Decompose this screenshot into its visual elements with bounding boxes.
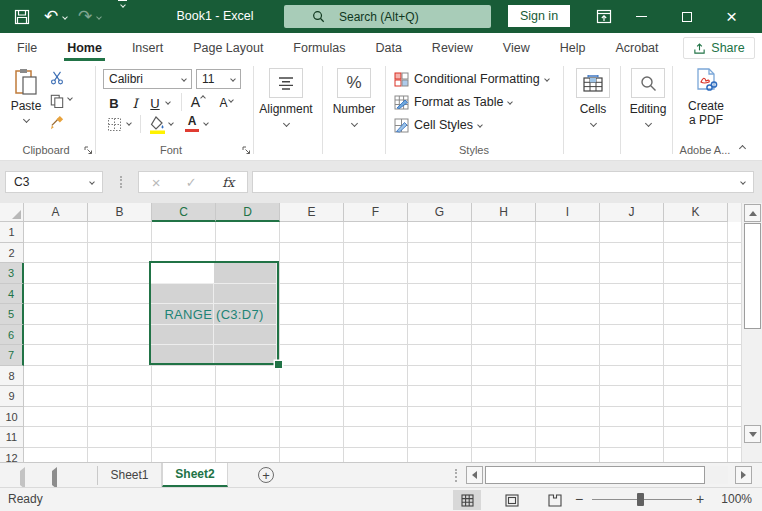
sign-in-button[interactable]: Sign in — [508, 5, 570, 27]
column-header-k[interactable]: K — [664, 203, 728, 222]
borders-icon[interactable] — [106, 116, 123, 133]
column-header-g[interactable]: G — [408, 203, 472, 222]
italic-button[interactable]: I — [128, 94, 142, 112]
row-header-4[interactable]: 4 — [0, 284, 24, 305]
page-break-preview-button[interactable] — [541, 490, 569, 510]
copy-icon[interactable] — [48, 93, 66, 109]
fill-handle[interactable] — [275, 361, 282, 368]
fill-color-icon[interactable] — [148, 114, 166, 134]
row-header-8[interactable]: 8 — [0, 366, 24, 387]
row-header-2[interactable]: 2 — [0, 243, 24, 264]
row-header-11[interactable]: 11 — [0, 427, 24, 448]
column-header-h[interactable]: H — [472, 203, 536, 222]
vertical-scroll-thumb[interactable] — [744, 223, 761, 329]
row-header-6[interactable]: 6 — [0, 325, 24, 346]
maximize-button[interactable] — [664, 0, 709, 33]
tab-data[interactable]: Data — [360, 33, 416, 62]
save-icon[interactable] — [14, 0, 30, 33]
clipboard-dialog-launcher-icon[interactable] — [84, 146, 94, 156]
column-header-j[interactable]: J — [600, 203, 664, 222]
search-box[interactable]: Search (Alt+Q) — [284, 5, 491, 28]
active-cell[interactable] — [151, 263, 214, 283]
expand-formula-bar-icon[interactable] — [740, 179, 746, 185]
scroll-right-button[interactable] — [735, 466, 752, 484]
tab-acrobat[interactable]: Acrobat — [600, 33, 673, 62]
column-header-i[interactable]: I — [536, 203, 600, 222]
column-header-e[interactable]: E — [280, 203, 344, 222]
select-all-corner[interactable] — [0, 203, 24, 222]
row-header-10[interactable]: 10 — [0, 407, 24, 428]
tab-review[interactable]: Review — [417, 33, 488, 62]
enter-icon[interactable]: ✓ — [186, 175, 197, 190]
font-color-icon[interactable]: A — [184, 113, 200, 134]
close-button[interactable]: × — [709, 0, 754, 33]
sheet-nav-left-icon[interactable] — [20, 471, 25, 485]
page-layout-view-button[interactable] — [498, 490, 526, 510]
zoom-level[interactable]: 100% — [710, 488, 752, 511]
tab-home[interactable]: Home — [52, 33, 117, 62]
underline-dropdown-icon[interactable] — [166, 100, 170, 104]
copy-dropdown-icon[interactable] — [68, 96, 72, 100]
cells-button[interactable]: Cells — [570, 66, 616, 140]
zoom-out-button[interactable]: − — [575, 488, 583, 511]
cut-icon[interactable] — [48, 70, 66, 86]
worksheet-cells[interactable] — [24, 222, 741, 462]
row-header-3[interactable]: 3 — [0, 263, 24, 284]
collapse-ribbon-icon[interactable] — [740, 146, 745, 151]
conditional-formatting-button[interactable]: Conditional Formatting — [394, 70, 549, 88]
row-header-9[interactable]: 9 — [0, 386, 24, 407]
tab-formulas[interactable]: Formulas — [278, 33, 360, 62]
scroll-left-button[interactable] — [466, 466, 483, 484]
editing-button[interactable]: Editing — [624, 66, 672, 140]
tab-insert[interactable]: Insert — [117, 33, 178, 62]
zoom-in-button[interactable]: + — [696, 488, 704, 511]
customize-quick-access-icon[interactable] — [118, 0, 127, 33]
alignment-button[interactable]: Alignment — [260, 66, 312, 140]
format-as-table-button[interactable]: Format as Table — [394, 93, 512, 111]
horizontal-scroll-thumb[interactable] — [485, 466, 705, 484]
cancel-icon[interactable]: × — [152, 174, 161, 191]
borders-dropdown-icon[interactable] — [127, 121, 131, 125]
column-header-a[interactable]: A — [24, 203, 88, 222]
tab-file[interactable]: File — [2, 33, 52, 62]
number-button[interactable]: % Number — [328, 66, 380, 140]
insert-function-icon[interactable]: fx — [222, 175, 234, 190]
redo-button[interactable]: ↷ — [78, 0, 92, 33]
sheet-tab-sheet2[interactable]: Sheet2 — [162, 463, 228, 487]
name-box[interactable]: C3 — [5, 171, 103, 193]
scroll-down-button[interactable] — [744, 425, 761, 443]
increase-font-size-button[interactable]: A — [188, 92, 208, 112]
bold-button[interactable]: B — [106, 94, 122, 112]
zoom-slider-handle[interactable] — [637, 493, 644, 506]
formula-bar-divider[interactable] — [120, 176, 122, 188]
tab-help[interactable]: Help — [545, 33, 601, 62]
decrease-font-size-button[interactable]: A — [216, 94, 236, 112]
sheet-tab-sheet1[interactable]: Sheet1 — [98, 463, 162, 487]
font-size-select[interactable]: 11 — [196, 69, 241, 89]
column-header-c[interactable]: C — [152, 203, 216, 222]
format-painter-icon[interactable] — [48, 115, 66, 131]
undo-button[interactable]: ↶ — [44, 0, 58, 33]
scroll-up-button[interactable] — [744, 204, 761, 222]
paste-button[interactable]: Paste — [8, 66, 44, 140]
vertical-scrollbar[interactable] — [741, 203, 762, 462]
ribbon-display-options-icon[interactable] — [596, 0, 612, 33]
underline-button[interactable]: U — [148, 94, 162, 112]
column-header-b[interactable]: B — [88, 203, 152, 222]
undo-dropdown-icon[interactable] — [63, 0, 67, 33]
tab-scrollbar-splitter[interactable] — [455, 469, 457, 482]
tab-view[interactable]: View — [488, 33, 545, 62]
row-header-5[interactable]: 5 — [0, 304, 24, 325]
font-color-dropdown-icon[interactable] — [204, 121, 208, 125]
redo-dropdown-icon[interactable] — [97, 0, 101, 33]
sheet-nav-right-icon[interactable] — [52, 471, 57, 485]
minimize-button[interactable] — [619, 0, 664, 33]
create-pdf-button[interactable]: Create a PDF — [678, 66, 734, 140]
column-header-d[interactable]: D — [216, 203, 280, 222]
formula-input[interactable] — [252, 171, 754, 193]
font-dialog-launcher-icon[interactable] — [242, 146, 252, 156]
column-header-f[interactable]: F — [344, 203, 408, 222]
share-button[interactable]: Share — [683, 37, 755, 59]
font-family-select[interactable]: Calibri — [103, 69, 192, 89]
new-sheet-button[interactable]: + — [258, 467, 274, 483]
